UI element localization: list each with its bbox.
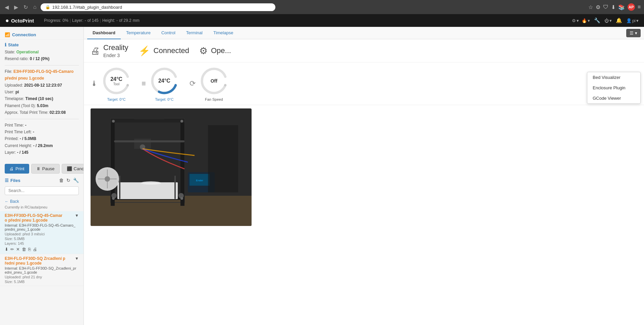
nav-home-button[interactable]: ⌂: [32, 3, 38, 11]
tab-dashboard[interactable]: Dashboard: [87, 27, 121, 39]
dropdown-item-bed-visualizer[interactable]: Bed Visualizer: [587, 72, 640, 83]
tabs-right: ☰ ▾: [626, 29, 641, 37]
printed-row: Printed: - / 5.0MB: [5, 135, 79, 142]
list-item[interactable]: E3H-FLG-FF30D-SQ Zrcadlení přední pneu 1…: [0, 254, 84, 286]
tabs-bar: Dashboard Temperature Control Terminal T…: [84, 27, 644, 39]
progress-value: 0%: [63, 18, 68, 23]
user-dropdown[interactable]: 👤 pi ▾: [626, 18, 639, 23]
progress-label: Progress:: [44, 18, 61, 23]
star-icon[interactable]: ☆: [588, 4, 593, 10]
layer-value: -: [85, 18, 86, 23]
download-icon[interactable]: ⬇: [611, 4, 615, 10]
tab-control[interactable]: Control: [156, 27, 181, 39]
bed-target: Target: 0°C: [155, 97, 173, 101]
trash-action-icon[interactable]: 🗑: [22, 247, 26, 252]
print-time-row: Print Time: -: [5, 122, 79, 129]
usb-icon: ⚡: [139, 45, 150, 56]
power-dropdown[interactable]: ⏻ ▾: [604, 18, 612, 23]
print-button[interactable]: 🖨 Print: [5, 164, 29, 174]
bell-icon[interactable]: 🔔: [614, 16, 624, 25]
download-action-icon[interactable]: ⬇: [5, 247, 8, 252]
close-action-icon[interactable]: ✕: [16, 247, 20, 252]
pause-button[interactable]: ⏸ Pause: [31, 164, 60, 174]
resend-value: 0 / 12 (0%): [30, 56, 50, 61]
print-time-left-row: Print Time Left: -: [5, 129, 79, 135]
flame-dropdown[interactable]: 🔥 ▾: [582, 18, 590, 23]
tab-temperature[interactable]: Temperature: [121, 27, 156, 39]
printer-operation-block: ⚙ Ope...: [199, 45, 231, 56]
tab-timelapse[interactable]: Timelapse: [208, 27, 238, 39]
refresh-icon[interactable]: ↻: [66, 178, 70, 183]
tool-temp-value: 24°C: [110, 76, 122, 82]
library-icon[interactable]: 📚: [618, 4, 625, 10]
address-bar[interactable]: 🔒 192.168.1.7/#tab_plugin_dashboard: [41, 3, 275, 11]
operation-icon: ⚙: [199, 45, 208, 56]
file-size: Size: 5.0MB: [5, 237, 79, 241]
file-label: File:: [5, 69, 12, 74]
tool-gauge-label: Tool: [110, 82, 122, 86]
state-value: Operational: [16, 50, 39, 54]
connection-section: 📶 Connection: [0, 30, 84, 40]
file-expand-icon[interactable]: ▼: [75, 256, 79, 261]
wrench-icon[interactable]: 🔧: [593, 16, 602, 25]
file-uploaded: Uploaded: před 21 dny: [5, 275, 79, 279]
printer-icon: 🖨: [91, 45, 100, 56]
browser-right-icons: ☆ ⚙ 🛡 ⬇ 📚 AP ≡: [588, 3, 641, 11]
uploaded-row: Uploaded: 2021-08-12 12:23:07: [5, 82, 79, 89]
url-text: 192.168.1.7/#tab_plugin_dashboard: [52, 5, 122, 10]
extensions-icon[interactable]: ⚙: [596, 4, 600, 10]
layer-row: Layer: - / 145: [5, 149, 79, 156]
settings-icon: ⚙: [572, 18, 576, 23]
state-field-label: State:: [5, 50, 16, 54]
topbar-progress: Progress: 0% | Layer: - of 145 | Height:…: [44, 18, 139, 23]
list-item[interactable]: E3H-FF30D-FLG-SQ-45-Camaro přední pneu 1…: [0, 211, 84, 254]
cancel-button[interactable]: ⬛ Cancel: [62, 164, 84, 174]
delete-icon[interactable]: 🗑: [59, 178, 64, 183]
connection-title[interactable]: 📶 Connection: [0, 30, 84, 39]
print-icon: 🖨: [9, 166, 14, 171]
print-action-icon[interactable]: 🖨: [33, 247, 37, 252]
flame-icon: 🔥: [582, 18, 587, 23]
edit-action-icon[interactable]: ✏: [10, 247, 14, 252]
shield-icon[interactable]: 🛡: [603, 4, 608, 10]
avatar[interactable]: AP: [628, 3, 635, 11]
state-heading: ℹ State: [5, 41, 79, 49]
settings-dropdown[interactable]: ⚙ ▾: [572, 18, 579, 23]
dropdown-item-enclosure-plugin[interactable]: Enclosure Plugin: [587, 83, 640, 93]
browser-chrome: ◀ ▶ ↻ ⌂ 🔒 192.168.1.7/#tab_plugin_dashbo…: [0, 0, 644, 14]
octoprint-topbar: ● OctoPrint Progress: 0% | Layer: - of 1…: [0, 14, 644, 27]
current-height-label: Current Height:: [5, 143, 32, 148]
user-arrow: ▾: [636, 18, 639, 23]
svg-point-34: [112, 197, 115, 200]
total-print-row: Approx. Total Print Time: 02:23:08: [5, 109, 79, 116]
fan-speed-value: Off: [211, 78, 217, 84]
tabs-menu-button[interactable]: ☰ ▾: [626, 29, 641, 37]
nav-forward-button[interactable]: ▶: [13, 3, 19, 12]
cancel-icon: ⬛: [67, 166, 72, 171]
back-link[interactable]: ← Back: [0, 198, 84, 205]
menu-icon[interactable]: ≡: [638, 4, 641, 10]
timelapse-value: Timed (10 sec): [25, 96, 53, 101]
svg-point-33: [180, 120, 183, 123]
printer-image: Ender: [91, 108, 252, 226]
menu-arrow: ▾: [635, 31, 637, 36]
tab-terminal[interactable]: Terminal: [181, 27, 208, 39]
dropdown-item-gcode-viewer[interactable]: GCode Viewer: [587, 93, 640, 103]
user-row: User: pi: [5, 89, 79, 95]
print-time-left-label: Print Time Left:: [5, 130, 32, 134]
wrench-icon[interactable]: 🔧: [73, 178, 79, 183]
state-operational-row: State: Operational: [5, 49, 79, 55]
pause-icon: ⏸: [36, 166, 41, 171]
svg-rect-16: [114, 140, 184, 142]
file-expand-icon[interactable]: ▼: [75, 213, 79, 218]
copy-action-icon[interactable]: ⎘: [28, 247, 31, 252]
dropdown-menu: Bed Visualizer Enclosure Plugin GCode Vi…: [587, 72, 641, 104]
printer-connection-block: ⚡ Connected: [139, 45, 189, 56]
sidebar: 📶 Connection ℹ State State: Operational …: [0, 27, 84, 325]
search-input[interactable]: [5, 186, 79, 195]
nav-back-button[interactable]: ◀: [3, 3, 10, 12]
file-item-header: E3H-FF30D-FLG-SQ-45-Camaro přední pneu 1…: [5, 213, 79, 223]
total-print-label: Approx. Total Print Time:: [5, 110, 49, 115]
printed-value: - / 5.0MB: [20, 136, 36, 141]
nav-refresh-button[interactable]: ↻: [22, 3, 29, 12]
